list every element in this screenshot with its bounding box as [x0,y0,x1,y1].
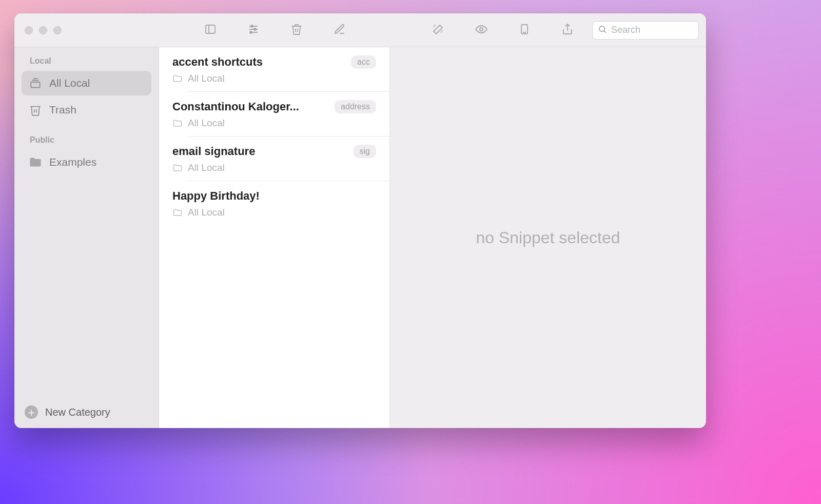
sidebar-item-label: All Local [49,77,90,89]
sidebar-item-label: Examples [49,156,96,168]
folder-icon [172,118,183,128]
snippet-folder: All Local [172,118,376,129]
snippet-row[interactable]: accent shortcuts acc All Local [159,47,389,91]
app-window: Local All Local Trash Public [14,13,706,428]
snippet-title: email signature [172,145,348,158]
search-icon [598,25,607,36]
snippet-folder: All Local [172,73,376,84]
detail-pane: no Snippet selected [390,47,706,428]
sidebar: Local All Local Trash Public [14,47,159,428]
magic-button[interactable] [423,20,454,41]
toolbar [14,13,706,47]
snippet-badge: sig [354,145,376,158]
toolbar-group-left [195,20,355,41]
folder-icon [172,163,183,173]
share-button[interactable] [552,20,583,41]
sidebar-icon [204,23,217,37]
preview-button[interactable] [466,20,497,41]
device-button[interactable] [509,20,540,41]
trash-icon [29,103,42,117]
snippet-badge: acc [351,55,376,69]
close-window-button[interactable] [25,26,33,34]
snippet-row[interactable]: email signature sig All Local [159,137,389,181]
sidebar-item-trash[interactable]: Trash [22,98,151,122]
snippet-folder-label: All Local [188,73,225,84]
settings-button[interactable] [238,20,269,41]
svg-line-13 [604,31,605,32]
compose-button[interactable] [324,20,355,41]
svg-rect-0 [206,25,215,33]
trash-icon [290,23,303,37]
toggle-sidebar-button[interactable] [195,20,226,41]
wand-icon [432,23,444,37]
snippet-folder-label: All Local [188,118,225,129]
delete-button[interactable] [281,20,312,41]
window-body: Local All Local Trash Public [14,47,706,428]
sliders-icon [247,23,260,37]
compose-icon [334,23,346,37]
snippet-title: Happy Birthday! [172,189,376,203]
sidebar-item-all-local[interactable]: All Local [22,71,151,95]
search-input[interactable] [611,25,693,35]
svg-point-8 [480,28,483,31]
snippet-row[interactable]: Happy Birthday! All Local [159,181,389,225]
snippet-badge: address [335,100,376,113]
snippet-list: accent shortcuts acc All Local Constanti… [159,47,390,428]
minimize-window-button[interactable] [39,26,47,34]
eye-icon [475,23,487,37]
snippet-folder: All Local [172,162,376,173]
zoom-window-button[interactable] [53,26,62,34]
stack-icon [29,76,42,90]
snippet-folder: All Local [172,207,376,218]
sidebar-item-label: Trash [49,104,76,116]
snippet-folder-label: All Local [188,207,225,218]
new-category-label: New Category [45,406,110,418]
empty-state-text: no Snippet selected [476,228,620,247]
sidebar-section-header-local: Local [14,53,159,70]
snippet-folder-label: All Local [188,162,225,173]
folder-icon [172,207,183,218]
svg-point-12 [599,26,605,32]
sidebar-section-header-public: Public [14,132,159,149]
plus-circle-icon: ＋ [25,405,38,419]
share-icon [561,23,574,37]
toolbar-group-right [423,20,583,41]
new-category-button[interactable]: ＋ New Category [14,405,159,428]
folder-icon [172,73,183,84]
snippet-title: accent shortcuts [172,55,346,69]
snippet-title: Constantinou Kaloger... [172,100,329,113]
snippet-row[interactable]: Constantinou Kaloger... address All Loca… [159,92,389,136]
sidebar-item-examples[interactable]: Examples [22,150,151,175]
desktop-background: Local All Local Trash Public [0,0,821,504]
folder-icon [29,156,42,169]
svg-rect-14 [31,82,40,88]
search-field[interactable] [592,21,699,40]
tablet-icon [518,23,531,37]
traffic-lights [25,26,62,34]
